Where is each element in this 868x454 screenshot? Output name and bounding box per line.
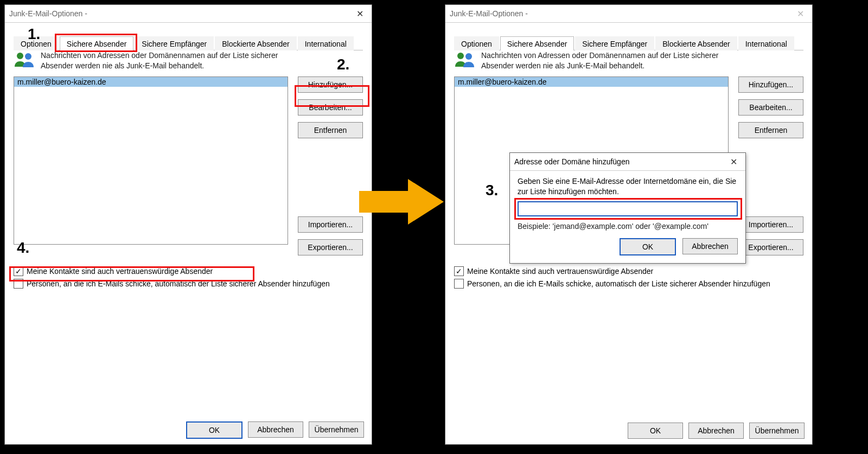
people-icon xyxy=(14,50,35,69)
remove-button[interactable]: Entfernen xyxy=(738,122,803,138)
tab-optionen[interactable]: Optionen xyxy=(454,36,499,50)
modal-title: Adresse oder Domäne hinzufügen xyxy=(510,157,722,166)
cancel-button[interactable]: Abbrechen xyxy=(248,421,303,438)
svg-marker-2 xyxy=(359,179,444,225)
svg-point-4 xyxy=(465,53,472,60)
ok-button[interactable]: OK xyxy=(628,423,683,439)
modal-example: Beispiele: 'jemand@example.com' oder '@e… xyxy=(518,222,738,231)
tab-blockierte-absender[interactable]: Blockierte Absender xyxy=(655,36,737,50)
checkbox-auto-add-recipients-label: Personen, an die ich E-Mails schicke, au… xyxy=(27,279,330,289)
add-button[interactable]: Hinzufügen... xyxy=(738,76,803,93)
add-button[interactable]: Hinzufügen... xyxy=(298,76,363,93)
tab-blockierte-absender[interactable]: Blockierte Absender xyxy=(215,36,297,50)
annotation-2: 2. xyxy=(337,56,349,73)
modal-ok-button[interactable]: OK xyxy=(620,238,676,255)
annotation-4: 4. xyxy=(17,239,29,257)
edit-button[interactable]: Bearbeiten... xyxy=(298,99,363,116)
list-item[interactable]: m.miller@buero-kaizen.de xyxy=(455,77,728,87)
svg-point-3 xyxy=(457,53,464,59)
apply-button[interactable]: Übernehmen xyxy=(309,421,364,438)
checkbox-contacts-trusted-label: Meine Kontakte sind auch vertrauenswürdi… xyxy=(27,266,213,277)
tab-strip: Optionen Sichere Absender Sichere Empfän… xyxy=(14,33,363,50)
dialog-footer: OK Abbrechen Übernehmen xyxy=(186,421,364,439)
arrow-icon xyxy=(359,175,444,229)
tab-strip: Optionen Sichere Absender Sichere Empfän… xyxy=(454,33,803,50)
window-title: Junk-E-Mail-Optionen - xyxy=(5,9,348,18)
close-icon[interactable]: ✕ xyxy=(788,5,812,22)
tab-international[interactable]: International xyxy=(738,36,794,50)
cancel-button[interactable]: Abbrechen xyxy=(688,423,744,439)
ok-button[interactable]: OK xyxy=(186,421,242,439)
sender-listbox[interactable]: m.miller@buero-kaizen.de xyxy=(14,76,288,245)
tab-description: Nachrichten von Adressen oder Domänennam… xyxy=(481,50,720,71)
export-button[interactable]: Exportieren... xyxy=(738,239,803,255)
add-address-dialog: Adresse oder Domäne hinzufügen ✕ Geben S… xyxy=(509,152,746,264)
annotation-1: 1. xyxy=(28,25,40,43)
checkbox-auto-add-recipients[interactable] xyxy=(454,279,464,289)
tab-international[interactable]: International xyxy=(298,36,354,50)
tab-sichere-empfaenger[interactable]: Sichere Empfänger xyxy=(135,36,214,50)
checkbox-auto-add-recipients-label: Personen, an die ich E-Mails schicke, au… xyxy=(467,279,770,289)
close-icon[interactable]: ✕ xyxy=(722,153,745,170)
checkbox-auto-add-recipients[interactable] xyxy=(14,279,23,289)
export-button[interactable]: Exportieren... xyxy=(298,239,363,255)
title-bar: Junk-E-Mail-Optionen - ✕ xyxy=(445,5,812,23)
remove-button[interactable]: Entfernen xyxy=(298,122,363,138)
window-title: Junk-E-Mail-Optionen - xyxy=(445,9,788,18)
checkbox-contacts-trusted-label: Meine Kontakte sind auch vertrauenswürdi… xyxy=(467,266,653,277)
close-icon[interactable]: ✕ xyxy=(348,5,372,22)
modal-title-bar: Adresse oder Domäne hinzufügen ✕ xyxy=(510,153,745,171)
checkbox-contacts-trusted[interactable]: ✓ xyxy=(454,266,464,276)
junk-options-dialog-step1: Junk-E-Mail-Optionen - ✕ Optionen Sicher… xyxy=(4,4,372,445)
tab-sichere-empfaenger[interactable]: Sichere Empfänger xyxy=(575,36,654,50)
dialog-footer: OK Abbrechen Übernehmen xyxy=(628,423,805,439)
tab-sichere-absender[interactable]: Sichere Absender xyxy=(60,36,134,50)
modal-instruction: Geben Sie eine E-Mail-Adresse oder Inter… xyxy=(518,176,738,197)
edit-button[interactable]: Bearbeiten... xyxy=(738,99,803,116)
svg-point-0 xyxy=(17,53,23,59)
annotation-3: 3. xyxy=(486,182,498,199)
title-bar: Junk-E-Mail-Optionen - ✕ xyxy=(5,5,372,23)
import-button[interactable]: Importieren... xyxy=(298,216,363,233)
tab-sichere-absender[interactable]: Sichere Absender xyxy=(500,36,575,50)
junk-options-dialog-step2: Junk-E-Mail-Optionen - ✕ Optionen Sicher… xyxy=(445,4,813,445)
address-input[interactable] xyxy=(518,201,738,216)
apply-button[interactable]: Übernehmen xyxy=(749,423,805,439)
tab-description: Nachrichten von Adressen oder Domänennam… xyxy=(41,50,279,71)
svg-point-1 xyxy=(25,53,31,60)
modal-cancel-button[interactable]: Abbrechen xyxy=(682,238,738,254)
checkbox-contacts-trusted[interactable]: ✓ xyxy=(14,266,23,276)
import-button[interactable]: Importieren... xyxy=(738,216,803,233)
people-icon xyxy=(454,50,476,69)
list-item[interactable]: m.miller@buero-kaizen.de xyxy=(14,77,288,87)
